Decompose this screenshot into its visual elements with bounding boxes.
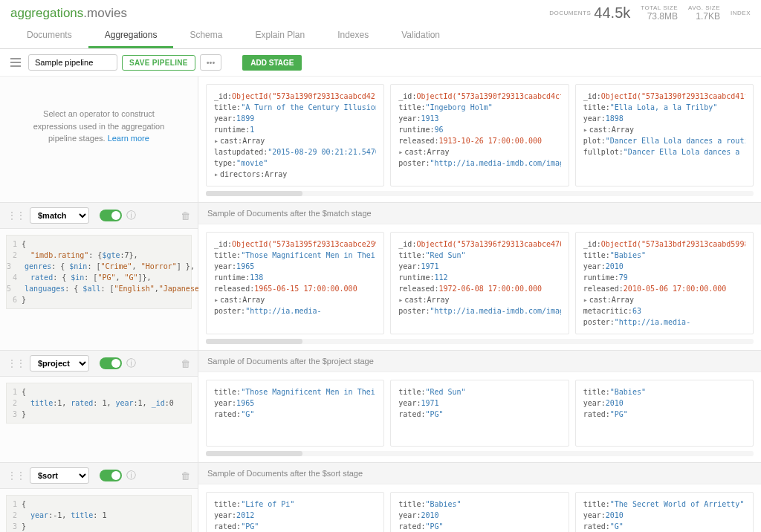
stage-editor[interactable]: 1{2 title:1, rated: 1, year:1, _id:03} [6, 383, 192, 424]
delete-stage-icon[interactable]: 🗑 [181, 470, 190, 481]
tab-indexes[interactable]: Indexes [321, 22, 385, 48]
stage-operator-select[interactable]: $project [30, 355, 89, 372]
stat-total-size: TOTAL SIZE 73.8MB [641, 4, 678, 22]
delete-stage-icon[interactable]: 🗑 [181, 358, 190, 369]
info-icon[interactable]: ⓘ [126, 357, 136, 370]
document-card[interactable]: title:"The Secret World of Arrietty"year… [575, 492, 754, 532]
stage-operator-select[interactable]: $match [30, 207, 89, 224]
tab-aggregations[interactable]: Aggregations [88, 22, 174, 48]
stage-project: ⋮⋮$projectⓘ🗑1{2 title:1, rated: 1, year:… [0, 351, 761, 463]
intro-text: Select an operator to construct expressi… [0, 77, 198, 176]
scroll-track[interactable] [206, 451, 754, 456]
pipeline-name-input[interactable] [28, 54, 117, 71]
document-card[interactable]: _id:ObjectId("573a1395f29313caabce2999")… [206, 232, 384, 334]
stat-avg-size: AVG. SIZE 1.7KB [688, 4, 720, 22]
document-card[interactable]: title:"Red Sun"year:1971rated:"PG" [390, 380, 569, 447]
stat-documents-val: 44.5k [594, 4, 630, 22]
source-row: Select an operator to construct expressi… [0, 77, 761, 203]
scroll-track[interactable] [206, 339, 754, 344]
document-card[interactable]: title:"Babies"year:2010rated:"PG" [390, 492, 569, 532]
save-pipeline-button[interactable]: SAVE PIPELINE [122, 55, 195, 71]
tab-explain-plan[interactable]: Explain Plan [239, 22, 321, 48]
tab-schema[interactable]: Schema [173, 22, 239, 48]
document-card[interactable]: _id:ObjectId("573a1396f29313caabce476b")… [390, 232, 569, 334]
drag-handle-icon[interactable]: ⋮⋮ [7, 470, 25, 481]
tab-validation[interactable]: Validation [385, 22, 456, 48]
sample-header: Sample of Documents after the $project s… [198, 351, 761, 372]
scroll-thumb[interactable] [206, 191, 302, 196]
drag-handle-icon[interactable]: ⋮⋮ [7, 358, 25, 369]
scroll-thumb[interactable] [206, 339, 302, 344]
delete-stage-icon[interactable]: 🗑 [181, 210, 190, 221]
stage-toggle[interactable] [100, 470, 122, 481]
db-name: aggregations [10, 6, 83, 20]
more-menu-button[interactable]: ••• [200, 54, 222, 71]
document-card[interactable]: title:"Babies"year:2010rated:"PG" [575, 380, 754, 447]
document-card[interactable]: _id:ObjectId("573a1390f29313caabcd421c")… [206, 84, 384, 186]
document-card[interactable]: title:"Life of Pi"year:2012rated:"PG" [206, 492, 384, 532]
sample-header: Sample of Documents after the $sort stag… [198, 463, 761, 484]
scroll-track[interactable] [206, 191, 754, 196]
document-card[interactable]: _id:ObjectId("573a1390f29313caabcd41f0")… [575, 84, 754, 186]
stat-index: INDEX [731, 10, 751, 16]
scroll-thumb[interactable] [206, 451, 302, 456]
document-card[interactable]: title:"Those Magnificent Men in Their Fl… [206, 380, 384, 447]
sample-header: Sample of Documents after the $match sta… [198, 203, 761, 224]
add-stage-button[interactable]: ADD STAGE [242, 55, 302, 71]
stage-match: ⋮⋮$matchⓘ🗑1{2 "imdb.rating": {$gte:7},3 … [0, 203, 761, 351]
collection-name: .movies [83, 6, 127, 20]
tab-bar: DocumentsAggregationsSchemaExplain PlanI… [0, 22, 761, 49]
stage-sort: ⋮⋮$sortⓘ🗑1{2 year:-1, title: 13}Sample o… [0, 463, 761, 532]
info-icon[interactable]: ⓘ [126, 469, 136, 482]
tab-documents[interactable]: Documents [10, 22, 88, 48]
info-icon[interactable]: ⓘ [126, 209, 136, 222]
document-card[interactable]: _id:ObjectId("573a1390f29313caabcd4cf1")… [390, 84, 569, 186]
learn-more-link[interactable]: Learn more [108, 134, 149, 143]
export-icon[interactable] [10, 58, 21, 67]
stage-toggle[interactable] [100, 210, 122, 221]
breadcrumb: aggregations.movies [10, 6, 127, 21]
stage-editor[interactable]: 1{2 "imdb.rating": {$gte:7},3 genres: { … [6, 235, 192, 309]
stage-toggle[interactable] [100, 357, 122, 369]
drag-handle-icon[interactable]: ⋮⋮ [7, 210, 25, 221]
pipeline-toolbar: SAVE PIPELINE ••• ADD STAGE [0, 49, 761, 77]
stage-editor[interactable]: 1{2 year:-1, title: 13} [6, 495, 192, 532]
document-card[interactable]: _id:ObjectId("573a13bdf29313caabd59987")… [575, 232, 754, 334]
stat-documents: DOCUMENTS [549, 10, 591, 16]
stage-operator-select[interactable]: $sort [30, 467, 89, 484]
